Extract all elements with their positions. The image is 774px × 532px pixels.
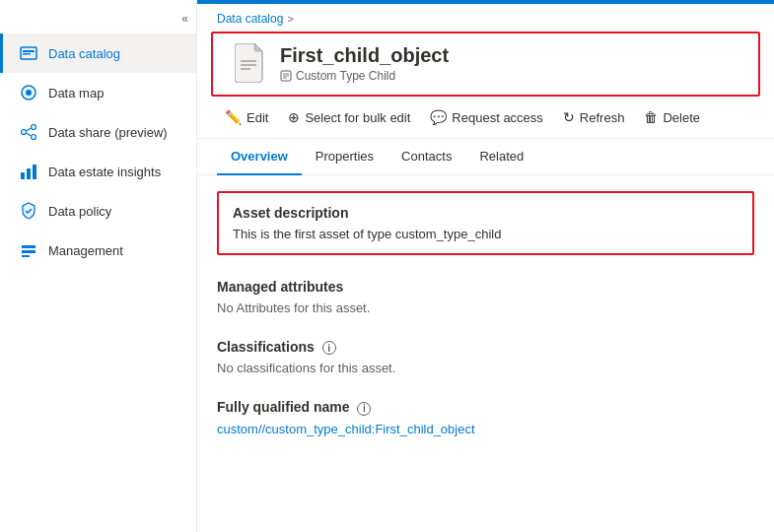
svg-line-8 bbox=[26, 128, 31, 131]
tab-related[interactable]: Related bbox=[465, 139, 537, 175]
svg-rect-12 bbox=[33, 165, 36, 179]
data-estate-icon bbox=[19, 162, 38, 181]
asset-header: First_child_object Custom Type Child bbox=[211, 32, 760, 97]
svg-rect-1 bbox=[23, 50, 35, 52]
classifications-info-icon: i bbox=[322, 341, 336, 355]
svg-point-4 bbox=[26, 90, 32, 96]
asset-file-icon bbox=[233, 41, 268, 85]
svg-rect-11 bbox=[27, 168, 31, 179]
sidebar: « Data catalog Data map bbox=[0, 0, 197, 532]
sidebar-item-management[interactable]: Management bbox=[0, 231, 196, 270]
asset-type-label: Custom Type Child bbox=[296, 69, 395, 83]
delete-icon: 🗑 bbox=[644, 109, 658, 125]
svg-point-6 bbox=[22, 130, 27, 135]
asset-title: First_child_object bbox=[280, 44, 449, 67]
svg-rect-15 bbox=[22, 255, 30, 257]
description-text: This is the first asset of type custom_t… bbox=[233, 227, 739, 241]
managed-attributes-empty: No Attributes for this asset. bbox=[217, 300, 754, 315]
sidebar-item-data-estate[interactable]: Data estate insights bbox=[0, 152, 196, 191]
request-access-button[interactable]: 💬 Request access bbox=[422, 104, 551, 130]
edit-button[interactable]: ✏️ Edit bbox=[217, 104, 276, 130]
request-access-icon: 💬 bbox=[430, 109, 447, 125]
fully-qualified-section: Fully qualified name i custom//custom_ty… bbox=[217, 399, 754, 435]
edit-icon: ✏️ bbox=[225, 109, 242, 125]
request-access-label: Request access bbox=[452, 110, 543, 125]
content-area: Asset description This is the first asse… bbox=[197, 175, 774, 532]
sidebar-item-data-policy[interactable]: Data policy bbox=[0, 191, 196, 231]
svg-point-5 bbox=[32, 125, 36, 130]
bulk-edit-button[interactable]: ⊕ Select for bulk edit bbox=[280, 104, 418, 130]
edit-label: Edit bbox=[246, 110, 268, 125]
refresh-label: Refresh bbox=[580, 110, 625, 125]
sidebar-item-label: Data estate insights bbox=[48, 165, 161, 179]
breadcrumb-link[interactable]: Data catalog bbox=[217, 12, 283, 26]
bulk-edit-icon: ⊕ bbox=[288, 109, 300, 125]
managed-attributes-title: Managed attributes bbox=[217, 279, 754, 295]
main-content: Data catalog > First_child_object bbox=[197, 0, 774, 532]
data-policy-icon bbox=[19, 201, 38, 221]
asset-subtitle: Custom Type Child bbox=[280, 69, 449, 83]
delete-button[interactable]: 🗑 Delete bbox=[636, 104, 708, 130]
fully-qualified-title: Fully qualified name i bbox=[217, 399, 754, 415]
management-icon bbox=[19, 240, 38, 260]
sidebar-item-label: Data policy bbox=[48, 204, 111, 219]
svg-rect-10 bbox=[21, 172, 25, 179]
sidebar-item-label: Management bbox=[48, 243, 123, 258]
description-title: Asset description bbox=[233, 205, 739, 221]
svg-rect-13 bbox=[22, 245, 35, 248]
svg-line-9 bbox=[26, 133, 31, 136]
breadcrumb: Data catalog > bbox=[197, 4, 774, 32]
tab-overview[interactable]: Overview bbox=[217, 139, 302, 175]
delete-label: Delete bbox=[663, 110, 700, 125]
data-map-icon bbox=[19, 83, 38, 102]
sidebar-item-label: Data map bbox=[48, 86, 104, 100]
bulk-edit-label: Select for bulk edit bbox=[305, 110, 410, 125]
sidebar-item-label: Data share (preview) bbox=[48, 125, 168, 140]
fully-qualified-info-icon: i bbox=[357, 402, 371, 416]
refresh-icon: ↻ bbox=[563, 109, 575, 125]
sidebar-collapse-button[interactable]: « bbox=[0, 8, 196, 33]
sidebar-item-data-share[interactable]: Data share (preview) bbox=[0, 112, 196, 152]
svg-point-7 bbox=[32, 135, 36, 140]
tab-contacts[interactable]: Contacts bbox=[387, 139, 465, 175]
asset-description-section: Asset description This is the first asse… bbox=[217, 191, 754, 255]
asset-info: First_child_object Custom Type Child bbox=[280, 44, 449, 83]
breadcrumb-separator: > bbox=[287, 13, 293, 25]
svg-rect-2 bbox=[23, 53, 31, 55]
sidebar-item-data-catalog[interactable]: Data catalog bbox=[0, 33, 196, 73]
tabs: Overview Properties Contacts Related bbox=[197, 139, 774, 175]
fully-qualified-value[interactable]: custom//custom_type_child:First_child_ob… bbox=[217, 422, 475, 436]
data-catalog-icon bbox=[19, 43, 38, 63]
data-share-icon bbox=[19, 122, 38, 142]
toolbar: ✏️ Edit ⊕ Select for bulk edit 💬 Request… bbox=[197, 97, 774, 139]
svg-rect-14 bbox=[22, 250, 35, 253]
managed-attributes-section: Managed attributes No Attributes for thi… bbox=[217, 279, 754, 315]
classifications-section: Classifications i No classifications for… bbox=[217, 339, 754, 375]
classifications-title: Classifications i bbox=[217, 339, 754, 355]
classifications-empty: No classifications for this asset. bbox=[217, 361, 754, 375]
refresh-button[interactable]: ↻ Refresh bbox=[555, 104, 633, 130]
sidebar-item-data-map[interactable]: Data map bbox=[0, 73, 196, 112]
tab-properties[interactable]: Properties bbox=[302, 139, 387, 175]
sidebar-item-label: Data catalog bbox=[48, 46, 120, 61]
collapse-icon[interactable]: « bbox=[181, 12, 188, 26]
